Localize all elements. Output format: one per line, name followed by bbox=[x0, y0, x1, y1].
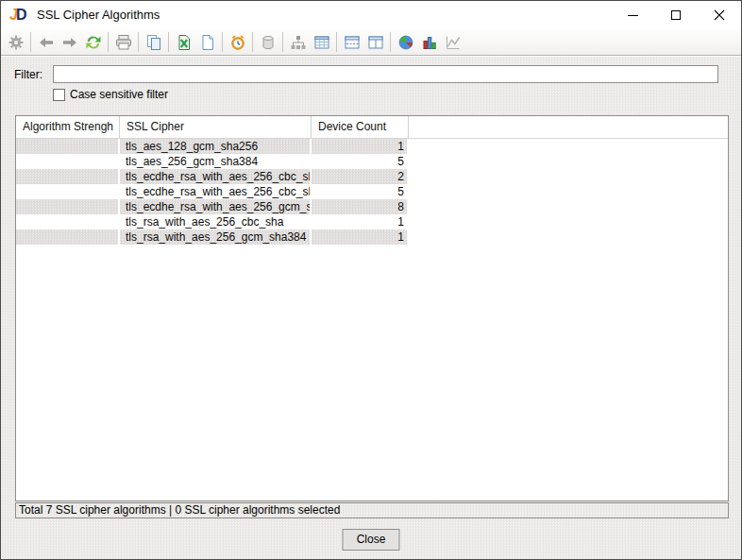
toolbar-separator bbox=[138, 32, 139, 52]
table-cell-count[interactable]: 1 bbox=[312, 229, 409, 245]
table-row[interactable]: tls_ecdhe_rsa_with_aes_256_gcm_sh...8 bbox=[16, 199, 409, 214]
close-icon bbox=[714, 9, 725, 21]
case-sensitive-label: Case sensitive filter bbox=[70, 88, 168, 101]
table-cell-strength[interactable] bbox=[16, 139, 120, 154]
print-icon bbox=[114, 33, 133, 52]
table-cell-cipher[interactable]: tls_ecdhe_rsa_with_aes_256_cbc_sha bbox=[120, 169, 312, 184]
copy-button[interactable] bbox=[142, 31, 165, 54]
table-row[interactable]: tls_aes_256_gcm_sha3845 bbox=[16, 154, 409, 169]
table-body: tls_aes_128_gcm_sha2561tls_aes_256_gcm_s… bbox=[16, 139, 728, 245]
export-document-icon bbox=[198, 33, 217, 52]
table-cell-strength[interactable] bbox=[16, 184, 120, 199]
ssl-cipher-algorithms-window: JD SSL Cipher Algorithms bbox=[0, 0, 742, 560]
case-sensitive-checkbox[interactable] bbox=[53, 89, 65, 101]
column-header-ssl-cipher[interactable]: SSL Cipher bbox=[120, 116, 312, 138]
hierarchy-icon bbox=[289, 33, 308, 52]
table-row[interactable]: tls_ecdhe_rsa_with_aes_256_cbc_sh...5 bbox=[16, 184, 409, 199]
toolbar-separator bbox=[30, 32, 31, 52]
scheduler-icon bbox=[228, 33, 247, 52]
database-button[interactable] bbox=[256, 31, 279, 54]
toolbar-separator bbox=[222, 32, 223, 52]
table-cell-strength[interactable] bbox=[16, 229, 120, 245]
close-button[interactable]: Close bbox=[343, 529, 400, 551]
table-cell-strength[interactable] bbox=[16, 169, 120, 184]
forward-button[interactable] bbox=[58, 31, 81, 54]
split-horizontal-icon bbox=[343, 33, 362, 52]
pie-chart-icon bbox=[396, 33, 415, 52]
minimize-icon bbox=[628, 15, 638, 16]
export-excel-icon bbox=[175, 33, 194, 52]
title-bar[interactable]: JD SSL Cipher Algorithms bbox=[1, 1, 741, 29]
database-icon bbox=[259, 33, 278, 52]
table-cell-cipher[interactable]: tls_rsa_with_aes_256_gcm_sha384 bbox=[120, 229, 312, 245]
column-header-algorithm-strength[interactable]: Algorithm Strengh bbox=[16, 116, 120, 138]
export-excel-button[interactable] bbox=[172, 31, 195, 54]
table-row[interactable]: tls_ecdhe_rsa_with_aes_256_cbc_sha2 bbox=[16, 169, 409, 184]
line-chart-icon bbox=[444, 33, 463, 52]
table-cell-count[interactable]: 2 bbox=[312, 169, 409, 184]
table-cell-strength[interactable] bbox=[16, 214, 120, 229]
toolbar bbox=[1, 29, 741, 56]
split-vertical-button[interactable] bbox=[363, 31, 387, 54]
table-cell-cipher[interactable]: tls_rsa_with_aes_256_cbc_sha bbox=[120, 214, 312, 229]
table-cell-count[interactable]: 8 bbox=[312, 199, 409, 214]
split-horizontal-button[interactable] bbox=[340, 31, 363, 54]
table-header: Algorithm Strengh SSL Cipher Device Coun… bbox=[16, 116, 728, 139]
table-cell-count[interactable]: 5 bbox=[312, 154, 409, 169]
maximize-button[interactable] bbox=[654, 1, 698, 29]
settings-button[interactable] bbox=[4, 31, 27, 54]
window-controls bbox=[611, 1, 741, 29]
toolbar-separator bbox=[336, 32, 337, 52]
bar-chart-icon bbox=[420, 33, 439, 52]
settings-icon bbox=[7, 33, 25, 52]
bar-chart-button[interactable] bbox=[417, 31, 441, 54]
table-cell-cipher[interactable]: tls_aes_128_gcm_sha256 bbox=[120, 139, 312, 154]
table-cell-cipher[interactable]: tls_ecdhe_rsa_with_aes_256_cbc_sh... bbox=[120, 184, 312, 199]
table-row[interactable]: tls_rsa_with_aes_256_gcm_sha3841 bbox=[16, 229, 409, 245]
status-bar: Total 7 SSL cipher algorithms | 0 SSL ci… bbox=[15, 502, 729, 518]
window-title: SSL Cipher Algorithms bbox=[37, 8, 160, 22]
table-row[interactable]: tls_aes_128_gcm_sha2561 bbox=[16, 139, 409, 154]
table-cell-cipher[interactable]: tls_ecdhe_rsa_with_aes_256_gcm_sh... bbox=[120, 199, 312, 214]
minimize-button[interactable] bbox=[611, 1, 654, 29]
toolbar-separator bbox=[108, 32, 109, 52]
table-row[interactable]: tls_rsa_with_aes_256_cbc_sha1 bbox=[16, 214, 409, 229]
back-button[interactable] bbox=[34, 31, 58, 54]
filter-label: Filter: bbox=[14, 68, 42, 81]
table-cell-cipher[interactable]: tls_aes_256_gcm_sha384 bbox=[120, 154, 312, 169]
maximize-icon bbox=[671, 10, 681, 20]
back-icon bbox=[37, 33, 56, 52]
copy-icon bbox=[144, 33, 163, 52]
toolbar-separator bbox=[168, 32, 169, 52]
filter-input[interactable] bbox=[53, 65, 718, 83]
export-document-button[interactable] bbox=[195, 31, 219, 54]
app-logo-icon: JD bbox=[9, 6, 30, 25]
split-vertical-icon bbox=[366, 33, 385, 52]
refresh-icon bbox=[84, 33, 103, 52]
table-cell-count[interactable]: 5 bbox=[312, 184, 409, 199]
table-view-icon bbox=[312, 33, 331, 52]
column-header-device-count[interactable]: Device Count bbox=[312, 116, 409, 138]
table-cell-strength[interactable] bbox=[16, 154, 120, 169]
toolbar-separator bbox=[282, 32, 283, 52]
toolbar-separator bbox=[252, 32, 253, 52]
scheduler-button[interactable] bbox=[226, 31, 249, 54]
table-view-button[interactable] bbox=[310, 31, 333, 54]
print-button[interactable] bbox=[111, 31, 135, 54]
line-chart-button[interactable] bbox=[441, 31, 464, 54]
table-cell-count[interactable]: 1 bbox=[312, 214, 409, 229]
table-cell-strength[interactable] bbox=[16, 199, 120, 214]
case-sensitive-row: Case sensitive filter bbox=[53, 88, 168, 101]
pie-chart-button[interactable] bbox=[394, 31, 417, 54]
forward-icon bbox=[60, 33, 79, 52]
toolbar-separator bbox=[390, 32, 391, 52]
cipher-table: Algorithm Strengh SSL Cipher Device Coun… bbox=[15, 115, 729, 501]
refresh-button[interactable] bbox=[81, 31, 105, 54]
close-window-button[interactable] bbox=[698, 1, 741, 29]
table-cell-count[interactable]: 1 bbox=[312, 139, 409, 154]
hierarchy-button[interactable] bbox=[286, 31, 310, 54]
content-area: Filter: Case sensitive filter Algorithm … bbox=[1, 57, 741, 559]
